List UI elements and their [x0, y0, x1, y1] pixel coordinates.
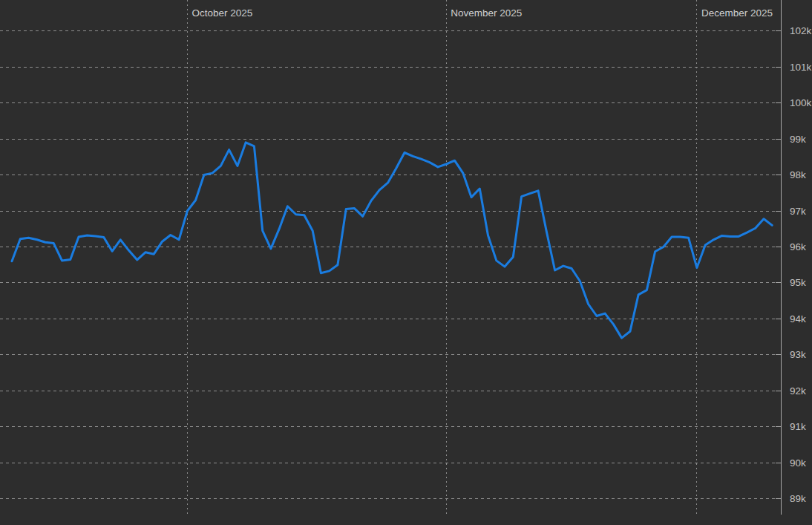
y-tick-label: 101k [790, 62, 812, 73]
month-gridlines [187, 0, 697, 516]
y-tick-label: 90k [790, 457, 806, 469]
y-tick-label: 102k [790, 25, 812, 36]
y-tick-label: 99k [790, 134, 806, 145]
month-label: November 2025 [451, 7, 522, 19]
y-axis[interactable]: 102k101k100k99k98k97k96k95k94k93k92k91k9… [776, 0, 812, 515]
month-label: October 2025 [191, 7, 252, 19]
y-tick-label: 97k [790, 206, 806, 217]
y-tick-label: 92k [790, 385, 806, 397]
y-tick-label: 94k [790, 313, 806, 325]
chart-window: 102k101k100k99k98k97k96k95k94k93k92k91k9… [0, 0, 812, 525]
y-tick-label: 96k [790, 241, 806, 252]
y-tick-label: 100k [790, 97, 812, 108]
month-label: December 2025 [701, 7, 773, 19]
y-tick-label: 89k [790, 493, 806, 504]
price-line [12, 143, 772, 338]
y-tick-label: 93k [790, 349, 806, 360]
price-chart-canvas[interactable]: 102k101k100k99k98k97k96k95k94k93k92k91k9… [0, 0, 812, 525]
y-tick-label: 98k [790, 169, 806, 180]
h-gridlines [0, 31, 781, 499]
y-tick-label: 91k [790, 421, 806, 432]
y-tick-label: 95k [790, 277, 806, 288]
